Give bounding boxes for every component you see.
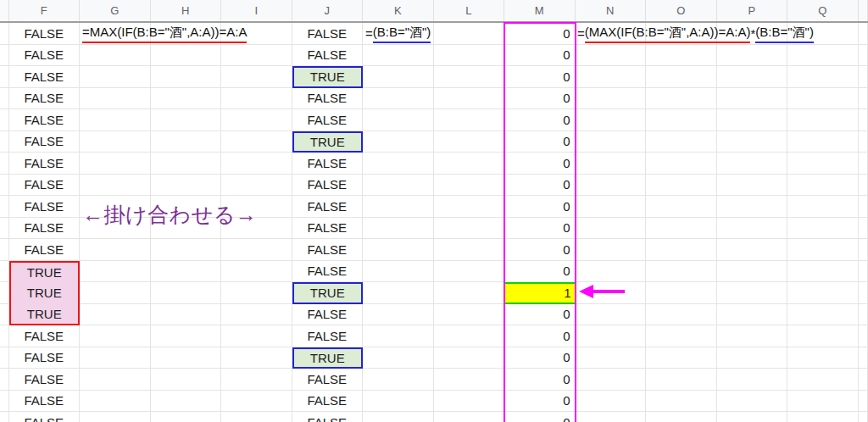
column-header-H[interactable]: H <box>151 0 222 21</box>
cell-M-2[interactable]: 0 <box>504 45 576 67</box>
cell-P-6[interactable] <box>717 131 788 153</box>
cell-I-15[interactable] <box>221 325 292 347</box>
cell-O-2[interactable] <box>646 45 717 67</box>
cell-r-1[interactable] <box>859 23 868 45</box>
cell-N-19[interactable] <box>576 412 647 422</box>
cell-M-14[interactable]: 0 <box>504 304 576 326</box>
cell-M-4[interactable]: 0 <box>504 88 576 110</box>
cell-H-4[interactable] <box>151 88 222 110</box>
cell-L-4[interactable] <box>434 88 505 110</box>
cell-M-18[interactable]: 0 <box>504 391 576 413</box>
cell-N-3[interactable] <box>576 66 647 88</box>
cell-I-18[interactable] <box>221 391 292 413</box>
cell-F-16[interactable]: FALSE <box>9 347 81 369</box>
cell-N-6[interactable] <box>576 131 647 153</box>
cell-H-16[interactable] <box>151 347 222 369</box>
column-header-F[interactable]: F <box>9 0 81 21</box>
cell-G-11[interactable] <box>80 239 151 261</box>
cell-r-4[interactable] <box>859 88 868 110</box>
cell-L-15[interactable] <box>434 325 505 347</box>
cell-H-19[interactable] <box>151 412 222 422</box>
cell-J-10[interactable]: FALSE <box>292 218 364 240</box>
cell-M-5[interactable]: 0 <box>504 109 576 131</box>
cell-K-2[interactable] <box>363 45 434 67</box>
cell-J-17[interactable]: FALSE <box>292 369 364 391</box>
cell-F-15[interactable]: FALSE <box>9 325 81 347</box>
cell-L-13[interactable] <box>434 282 505 304</box>
cell-G-12[interactable] <box>80 261 151 283</box>
cell-J-16[interactable]: TRUE <box>292 347 364 369</box>
cell-K-15[interactable] <box>363 325 434 347</box>
cell-r-18[interactable] <box>859 391 868 413</box>
cell-r-14[interactable] <box>859 304 868 326</box>
cell-F-10[interactable]: FALSE <box>9 218 81 240</box>
cell-e-7[interactable] <box>0 153 9 175</box>
cell-e-15[interactable] <box>0 325 9 347</box>
cell-L-5[interactable] <box>434 109 505 131</box>
cell-J-4[interactable]: FALSE <box>292 88 364 110</box>
cell-F-13[interactable]: TRUE <box>9 282 81 304</box>
cell-P-13[interactable] <box>717 282 788 304</box>
cell-M-12[interactable]: 0 <box>504 261 576 283</box>
cell-F-6[interactable]: FALSE <box>9 131 81 153</box>
cell-O-19[interactable] <box>646 412 717 422</box>
cell-F-7[interactable]: FALSE <box>9 153 81 175</box>
cell-Q-11[interactable] <box>787 239 859 261</box>
cell-K1-formula-text[interactable]: =(B:B="酒") <box>365 23 431 45</box>
cell-Q-6[interactable] <box>787 131 859 153</box>
cell-r-11[interactable] <box>859 239 868 261</box>
cell-Q-7[interactable] <box>787 153 859 175</box>
cell-G-13[interactable] <box>80 282 151 304</box>
cell-O-11[interactable] <box>646 239 717 261</box>
cell-F-2[interactable]: FALSE <box>9 45 81 67</box>
cell-O-18[interactable] <box>646 391 717 413</box>
cell-K-18[interactable] <box>363 391 434 413</box>
cell-G-14[interactable] <box>80 304 151 326</box>
cell-N-5[interactable] <box>576 109 647 131</box>
cell-r-2[interactable] <box>859 45 868 67</box>
cell-N-8[interactable] <box>576 175 647 197</box>
cell-O-15[interactable] <box>646 325 717 347</box>
cell-r-10[interactable] <box>859 218 868 240</box>
cell-P-17[interactable] <box>717 369 788 391</box>
column-header-N[interactable]: N <box>576 0 647 21</box>
cell-Q-9[interactable] <box>787 196 859 218</box>
cell-L-18[interactable] <box>434 391 505 413</box>
cell-F-19[interactable]: FALSE <box>9 412 81 422</box>
cell-H-2[interactable] <box>151 45 222 67</box>
cell-H-17[interactable] <box>151 369 222 391</box>
cell-L-12[interactable] <box>434 261 505 283</box>
cell-K-4[interactable] <box>363 88 434 110</box>
cell-e-9[interactable] <box>0 196 9 218</box>
cell-I-6[interactable] <box>221 131 292 153</box>
cell-P-19[interactable] <box>717 412 788 422</box>
cell-L-11[interactable] <box>434 239 505 261</box>
cell-r-16[interactable] <box>859 347 868 369</box>
cell-I-4[interactable] <box>221 88 292 110</box>
cell-P-2[interactable] <box>717 45 788 67</box>
cell-N-2[interactable] <box>576 45 647 67</box>
cell-K-3[interactable] <box>363 66 434 88</box>
cell-K-11[interactable] <box>363 239 434 261</box>
cell-O-10[interactable] <box>646 218 717 240</box>
column-header-edge13[interactable] <box>859 0 868 21</box>
cell-P-3[interactable] <box>717 66 788 88</box>
cell-H-15[interactable] <box>151 325 222 347</box>
cell-L-2[interactable] <box>434 45 505 67</box>
cell-O-14[interactable] <box>646 304 717 326</box>
cell-r-9[interactable] <box>859 196 868 218</box>
cell-K-14[interactable] <box>363 304 434 326</box>
cell-G-4[interactable] <box>80 88 151 110</box>
cell-I-12[interactable] <box>221 261 292 283</box>
cell-J-12[interactable]: FALSE <box>292 261 364 283</box>
cell-H-5[interactable] <box>151 109 222 131</box>
cell-F-4[interactable]: FALSE <box>9 88 81 110</box>
cell-e-11[interactable] <box>0 239 9 261</box>
cell-e-17[interactable] <box>0 369 9 391</box>
cell-I-5[interactable] <box>221 109 292 131</box>
cell-O-12[interactable] <box>646 261 717 283</box>
cell-O-8[interactable] <box>646 175 717 197</box>
cell-G-3[interactable] <box>80 66 151 88</box>
cell-L-3[interactable] <box>434 66 505 88</box>
cell-G-19[interactable] <box>80 412 151 422</box>
